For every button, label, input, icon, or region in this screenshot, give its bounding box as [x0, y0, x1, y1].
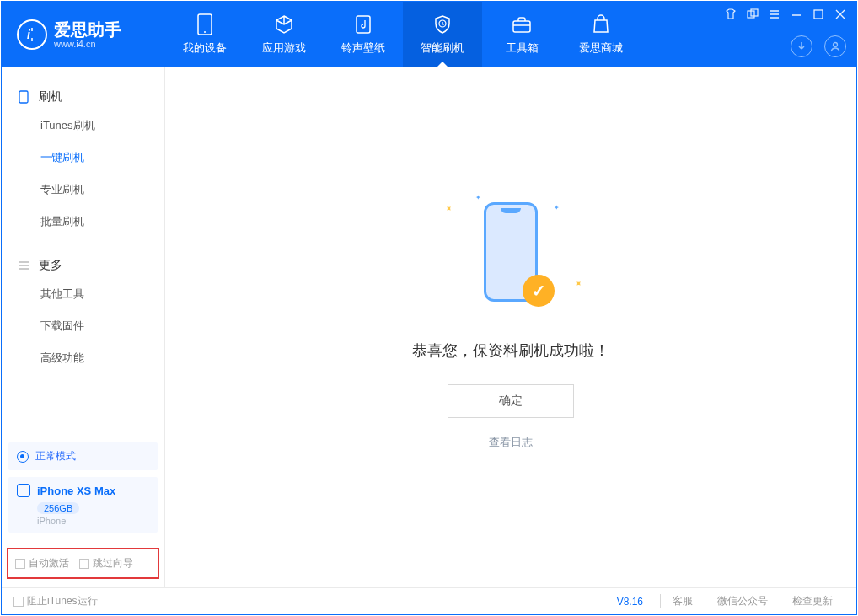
device-type: iPhone — [37, 516, 149, 526]
svg-rect-9 — [19, 91, 28, 103]
sidebar-scroll: 刷机 iTunes刷机 一键刷机 专业刷机 批量刷机 更多 其他工具 下载固件 … — [2, 67, 164, 436]
user-icon[interactable] — [824, 35, 846, 57]
checkmark-badge-icon: ✓ — [523, 275, 555, 307]
nav-label: 爱思商城 — [579, 40, 623, 56]
header: i 爱思助手 www.i4.cn 我的设备 应用游戏 铃声壁纸 智能刷机 — [2, 2, 856, 67]
device-outline-icon — [17, 484, 30, 497]
cube-icon — [273, 13, 295, 35]
sidebar-group-head[interactable]: 更多 — [2, 253, 164, 278]
shirt-icon[interactable] — [725, 7, 737, 22]
sidebar-item-itunes-flash[interactable]: iTunes刷机 — [2, 110, 164, 142]
close-icon[interactable] — [834, 7, 846, 22]
status-mode-panel[interactable]: 正常模式 — [8, 442, 158, 470]
brand-subtitle: www.i4.cn — [54, 40, 121, 49]
group-label: 刷机 — [39, 89, 62, 104]
svg-point-8 — [834, 43, 838, 47]
sidebar-item-one-click-flash[interactable]: 一键刷机 — [2, 142, 164, 174]
phone-icon — [17, 90, 30, 104]
main-content: ✦ ✦ ✦ ✦ ✓ 恭喜您，保资料刷机成功啦！ 确定 查看日志 — [165, 67, 856, 587]
checkbox-auto-activate[interactable]: 自动激活 — [15, 556, 69, 570]
sidebar-item-other-tools[interactable]: 其他工具 — [2, 278, 164, 310]
svg-rect-7 — [814, 10, 823, 19]
svg-rect-4 — [513, 21, 530, 32]
device-name: iPhone XS Max — [37, 485, 115, 497]
nav-label: 工具箱 — [506, 40, 539, 56]
footer: 阻止iTunes运行 V8.16 客服 微信公众号 检查更新 — [2, 587, 856, 614]
checkbox-label: 阻止iTunes运行 — [27, 594, 98, 608]
logo-area: i 爱思助手 www.i4.cn — [2, 2, 165, 67]
bag-icon — [590, 13, 612, 35]
sidebar-group-flash: 刷机 iTunes刷机 一键刷机 专业刷机 批量刷机 — [2, 84, 164, 238]
checkbox-icon — [15, 559, 25, 569]
toolbox-icon — [511, 13, 533, 35]
sidebar-item-advanced[interactable]: 高级功能 — [2, 342, 164, 374]
nav-label: 应用游戏 — [262, 40, 306, 56]
shield-icon — [432, 13, 453, 35]
nav-store[interactable]: 爱思商城 — [561, 2, 641, 67]
svg-point-2 — [204, 31, 206, 33]
sidebar-group-more: 更多 其他工具 下载固件 高级功能 — [2, 253, 164, 374]
sparkle-icon: ✦ — [442, 202, 453, 213]
sidebar: 刷机 iTunes刷机 一键刷机 专业刷机 批量刷机 更多 其他工具 下载固件 … — [2, 67, 165, 587]
download-icon[interactable] — [791, 35, 812, 57]
nav-label: 铃声壁纸 — [341, 40, 385, 56]
body: 刷机 iTunes刷机 一键刷机 专业刷机 批量刷机 更多 其他工具 下载固件 … — [2, 67, 856, 587]
sidebar-group-head[interactable]: 刷机 — [2, 84, 164, 110]
footer-link-wechat[interactable]: 微信公众号 — [705, 594, 780, 608]
music-icon — [352, 13, 374, 35]
minimize-icon[interactable] — [791, 7, 802, 22]
device-icon — [194, 13, 216, 35]
sidebar-item-pro-flash[interactable]: 专业刷机 — [2, 174, 164, 206]
brand-title: 爱思助手 — [54, 21, 121, 38]
logo-icon: i — [17, 19, 47, 50]
sparkle-icon: ✦ — [554, 204, 560, 212]
nav-smart-flash[interactable]: 智能刷机 — [403, 2, 482, 67]
device-storage-badge: 256GB — [37, 502, 79, 514]
success-message: 恭喜您，保资料刷机成功啦！ — [412, 340, 609, 361]
checkbox-label: 跳过向导 — [93, 556, 133, 570]
checkbox-icon — [79, 559, 89, 569]
menu-icon[interactable] — [769, 7, 780, 22]
sidebar-item-batch-flash[interactable]: 批量刷机 — [2, 206, 164, 238]
nav-ringtone-wallpaper[interactable]: 铃声壁纸 — [324, 2, 403, 67]
nav-my-device[interactable]: 我的设备 — [165, 2, 244, 67]
checkbox-block-itunes[interactable]: 阻止iTunes运行 — [13, 594, 98, 608]
nav-label: 我的设备 — [183, 40, 227, 56]
cascade-icon[interactable] — [747, 7, 759, 22]
header-right — [725, 2, 846, 67]
view-log-link[interactable]: 查看日志 — [489, 435, 533, 450]
status-mode-label: 正常模式 — [35, 449, 76, 463]
checkbox-label: 自动激活 — [29, 556, 69, 570]
footer-link-support[interactable]: 客服 — [660, 594, 705, 608]
checkbox-icon — [13, 597, 24, 607]
window-controls — [725, 7, 846, 22]
ok-button[interactable]: 确定 — [448, 384, 574, 418]
device-panel[interactable]: iPhone XS Max 256GB iPhone — [8, 477, 158, 533]
nav-toolbox[interactable]: 工具箱 — [482, 2, 561, 67]
sparkle-icon: ✦ — [572, 277, 583, 288]
success-illustration: ✦ ✦ ✦ ✦ ✓ — [435, 189, 587, 315]
maximize-icon[interactable] — [812, 7, 824, 22]
list-icon — [17, 259, 30, 272]
nav: 我的设备 应用游戏 铃声壁纸 智能刷机 工具箱 爱思商城 — [165, 2, 641, 67]
version-label: V8.16 — [617, 596, 643, 608]
user-controls — [791, 35, 846, 57]
sparkle-icon: ✦ — [475, 194, 481, 201]
app-window: i 爱思助手 www.i4.cn 我的设备 应用游戏 铃声壁纸 智能刷机 — [1, 1, 857, 615]
footer-link-check-update[interactable]: 检查更新 — [780, 594, 845, 608]
nav-app-games[interactable]: 应用游戏 — [244, 2, 324, 67]
nav-label: 智能刷机 — [421, 40, 464, 56]
checkbox-skip-guide[interactable]: 跳过向导 — [79, 556, 133, 570]
sidebar-item-download-firmware[interactable]: 下载固件 — [2, 310, 164, 342]
svg-text:i: i — [27, 28, 31, 41]
status-dot-icon — [17, 451, 29, 463]
group-label: 更多 — [39, 258, 62, 273]
highlighted-checkbox-group: 自动激活 跳过向导 — [7, 548, 159, 579]
success-area: ✦ ✦ ✦ ✦ ✓ 恭喜您，保资料刷机成功啦！ 确定 查看日志 — [412, 189, 609, 450]
